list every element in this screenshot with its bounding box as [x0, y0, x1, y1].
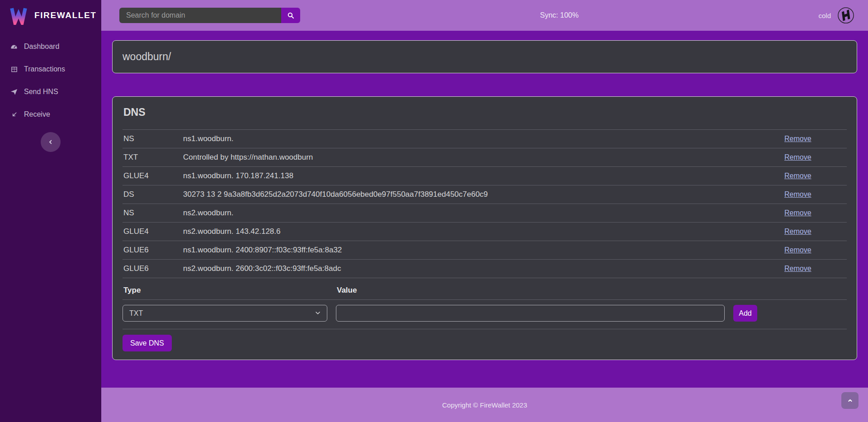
dns-card: DNS NS ns1.woodburn. Remove TXT Controll…	[112, 96, 857, 360]
dns-record-value: ns2.woodburn.	[182, 204, 783, 223]
sidebar-item-dashboard[interactable]: Dashboard	[0, 35, 101, 58]
dns-record-type: GLUE6	[123, 260, 182, 278]
dns-record-type: GLUE6	[123, 241, 182, 260]
chevron-up-icon	[847, 397, 854, 404]
dns-record-type: NS	[123, 130, 182, 148]
dns-record-row: NS ns1.woodburn. Remove	[123, 130, 847, 148]
domain-search-input[interactable]	[119, 8, 281, 23]
dns-record-row: TXT Controlled by https://nathan.woodbur…	[123, 148, 847, 167]
dns-record-row: GLUE6 ns1.woodburn. 2400:8907::f03c:93ff…	[123, 241, 847, 260]
firewallet-w-logo	[9, 6, 28, 25]
wallet-status-group: cold	[818, 7, 854, 24]
dns-record-value: Controlled by https://nathan.woodburn	[182, 148, 783, 167]
dns-record-value: ns1.woodburn. 170.187.241.138	[182, 167, 783, 185]
dns-record-value: ns1.woodburn. 2400:8907::f03c:93ff:fe5a:…	[182, 241, 783, 260]
sync-status: Sync: 100%	[300, 11, 818, 19]
remove-record-link[interactable]: Remove	[784, 190, 811, 198]
dns-record-row: NS ns2.woodburn. Remove	[123, 204, 847, 223]
sidebar-collapse-button[interactable]	[41, 132, 61, 152]
dns-record-row: GLUE6 ns2.woodburn. 2600:3c02::f03c:93ff…	[123, 260, 847, 278]
sidebar: FIREWALLET Dashboard Transactions Send H…	[0, 0, 101, 422]
sidebar-item-transactions[interactable]: Transactions	[0, 58, 101, 81]
firewallet-app: FIREWALLET Dashboard Transactions Send H…	[0, 0, 868, 422]
remove-record-link[interactable]: Remove	[784, 172, 811, 180]
wallet-mode-label: cold	[818, 12, 831, 19]
dns-records-table: NS ns1.woodburn. Remove TXT Controlled b…	[123, 129, 847, 278]
dns-record-type: GLUE4	[123, 167, 182, 185]
add-record-button[interactable]: Add	[733, 305, 757, 322]
main-content: woodburn/ DNS NS ns1.woodburn. Remove TX…	[101, 31, 868, 388]
remove-record-link[interactable]: Remove	[784, 265, 811, 272]
dns-record-value: 30273 13 2 9a3a8fb3d625d2a2073d740f10da6…	[182, 185, 783, 204]
record-type-select-wrap: TXT	[123, 305, 327, 322]
save-dns-button[interactable]: Save DNS	[123, 335, 172, 351]
record-value-input[interactable]	[336, 305, 725, 322]
page-title: woodburn/	[123, 51, 171, 63]
remove-record-link[interactable]: Remove	[784, 135, 811, 142]
brand: FIREWALLET	[0, 0, 101, 31]
send-icon	[10, 88, 18, 96]
remove-record-link[interactable]: Remove	[784, 228, 811, 235]
handshake-logo-icon[interactable]	[837, 7, 854, 24]
dns-record-type: GLUE4	[123, 223, 182, 241]
search-icon	[287, 11, 295, 19]
dns-record-type: NS	[123, 204, 182, 223]
type-column-header: Type	[123, 286, 337, 295]
main-column: Sync: 100% cold woodburn/ DNS	[101, 0, 868, 422]
dns-record-row: GLUE4 ns2.woodburn. 143.42.128.6 Remove	[123, 223, 847, 241]
chevron-left-icon	[47, 138, 54, 146]
dns-form-headers: Type Value	[123, 278, 847, 300]
topbar: Sync: 100% cold	[101, 0, 868, 31]
dns-record-type: DS	[123, 185, 182, 204]
dns-record-row: DS 30273 13 2 9a3a8fb3d625d2a2073d740f10…	[123, 185, 847, 204]
dns-section-title: DNS	[123, 97, 847, 129]
dns-record-value: ns2.woodburn. 2600:3c02::f03c:93ff:fe5a:…	[182, 260, 783, 278]
record-type-select[interactable]: TXT	[123, 305, 327, 322]
scroll-to-top-button[interactable]	[841, 392, 859, 409]
value-column-header: Value	[337, 286, 357, 295]
table-icon	[10, 65, 18, 73]
sidebar-item-send-hns[interactable]: Send HNS	[0, 81, 101, 103]
dns-record-value: ns1.woodburn.	[182, 130, 783, 148]
copyright-text: Copyright © FireWallet 2023	[442, 401, 527, 409]
sidebar-item-receive[interactable]: Receive	[0, 103, 101, 126]
remove-record-link[interactable]: Remove	[784, 209, 811, 217]
receive-icon	[10, 110, 18, 119]
remove-record-link[interactable]: Remove	[784, 153, 811, 161]
domain-search-button[interactable]	[281, 8, 300, 23]
brand-name: FIREWALLET	[34, 10, 96, 20]
gauge-icon	[10, 43, 18, 51]
footer: Copyright © FireWallet 2023	[101, 388, 868, 422]
domain-title-card: woodburn/	[112, 40, 857, 73]
sidebar-nav: Dashboard Transactions Send HNS Receive	[0, 35, 101, 126]
remove-record-link[interactable]: Remove	[784, 246, 811, 254]
dns-record-type: TXT	[123, 148, 182, 167]
domain-search-group	[119, 8, 300, 23]
dns-record-value: ns2.woodburn. 143.42.128.6	[182, 223, 783, 241]
dns-record-row: GLUE4 ns1.woodburn. 170.187.241.138 Remo…	[123, 167, 847, 185]
dns-add-record-row: TXT Add	[123, 300, 847, 329]
